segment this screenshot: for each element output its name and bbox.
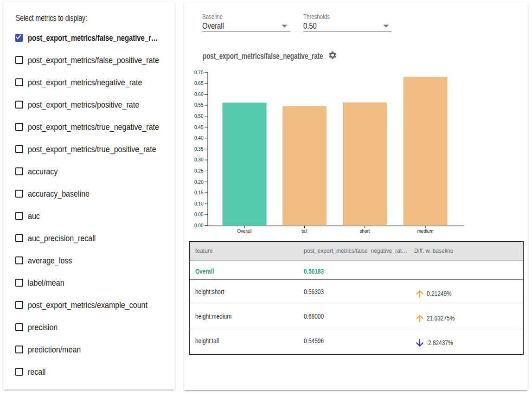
svg-text:0.45: 0.45 xyxy=(194,125,204,130)
svg-text:0.30: 0.30 xyxy=(194,157,204,162)
svg-text:0.60: 0.60 xyxy=(194,92,204,97)
svg-text:0.05: 0.05 xyxy=(194,212,204,217)
svg-text:0.20: 0.20 xyxy=(194,179,204,185)
svg-text:medium: medium xyxy=(417,228,434,234)
svg-text:short: short xyxy=(360,228,370,234)
svg-text:tall: tall xyxy=(301,228,307,234)
svg-text:Overall: Overall xyxy=(237,228,252,234)
svg-text:0.35: 0.35 xyxy=(194,147,204,152)
svg-text:0.50: 0.50 xyxy=(194,114,204,119)
svg-text:0.70: 0.70 xyxy=(194,70,204,75)
svg-text:0.00: 0.00 xyxy=(194,223,204,228)
svg-text:0.55: 0.55 xyxy=(194,102,204,108)
svg-text:0.40: 0.40 xyxy=(194,135,204,141)
svg-text:0.25: 0.25 xyxy=(194,168,204,173)
svg-text:0.65: 0.65 xyxy=(194,81,204,86)
svg-text:0.15: 0.15 xyxy=(194,190,204,195)
svg-text:0.10: 0.10 xyxy=(194,201,204,206)
